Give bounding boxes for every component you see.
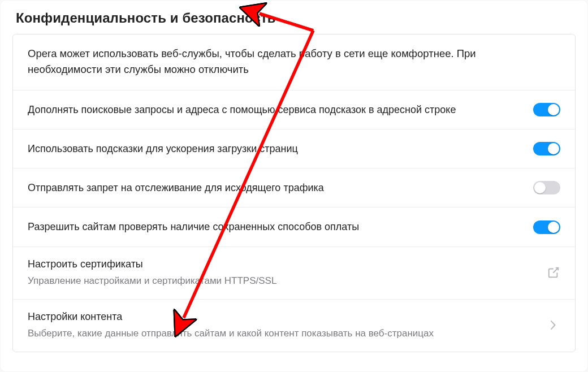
row-payments-text: Разрешить сайтам проверять наличие сохра… (28, 220, 533, 233)
row-dnt: Отправлять запрет на отслеживание для ис… (13, 168, 575, 207)
row-autocomplete-text: Дополнять поисковые запросы и адреса с п… (28, 103, 533, 116)
toggle-knob (548, 104, 559, 115)
dnt-toggle[interactable] (533, 181, 560, 194)
autocomplete-label: Дополнять поисковые запросы и адреса с п… (28, 103, 520, 116)
privacy-panel: Opera может использовать веб-службы, что… (12, 34, 576, 352)
certs-sublabel: Управление настройками и сертификатами H… (28, 274, 533, 288)
payments-label: Разрешить сайтам проверять наличие сохра… (28, 220, 520, 233)
intro-row: Opera может использовать веб-службы, что… (13, 34, 575, 90)
chevron-right-icon[interactable] (547, 318, 560, 332)
payments-toggle[interactable] (533, 220, 560, 234)
content-sublabel: Выберите, какие данные отправлять сайтам… (28, 327, 533, 340)
row-content-text: Настройки контента Выберите, какие данны… (28, 310, 547, 340)
settings-page: Конфиденциальность и безопасность Opera … (0, 0, 588, 372)
preload-toggle[interactable] (533, 142, 560, 155)
external-link-icon[interactable] (547, 266, 560, 279)
row-autocomplete: Дополнять поисковые запросы и адреса с п… (13, 90, 575, 129)
intro-text-block: Opera может использовать веб-службы, что… (28, 46, 560, 77)
toggle-knob (534, 182, 546, 193)
dnt-label: Отправлять запрет на отслеживание для ис… (28, 181, 520, 194)
section-title-privacy: Конфиденциальность и безопасность (0, 3, 588, 34)
row-content-settings[interactable]: Настройки контента Выберите, какие данны… (13, 299, 575, 352)
row-preload-text: Использовать подсказки для ускорения заг… (28, 142, 533, 155)
certs-label: Настроить сертификаты (28, 257, 533, 271)
row-certs[interactable]: Настроить сертификаты Управление настрой… (13, 246, 575, 299)
content-label: Настройки контента (28, 310, 533, 323)
row-payments: Разрешить сайтам проверять наличие сохра… (13, 207, 575, 246)
intro-text: Opera может использовать веб-службы, что… (28, 46, 547, 77)
row-preload: Использовать подсказки для ускорения заг… (13, 129, 575, 168)
preload-label: Использовать подсказки для ускорения заг… (28, 142, 520, 155)
toggle-knob (548, 143, 559, 154)
row-dnt-text: Отправлять запрет на отслеживание для ис… (28, 181, 533, 194)
autocomplete-toggle[interactable] (533, 103, 560, 116)
toggle-knob (548, 222, 559, 233)
row-certs-text: Настроить сертификаты Управление настрой… (28, 257, 547, 288)
